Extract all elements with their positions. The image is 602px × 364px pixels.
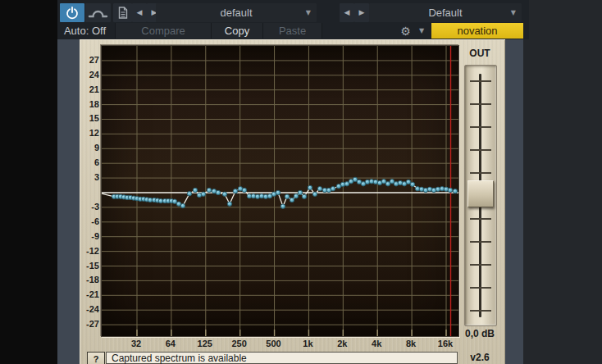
- eq-control-point[interactable]: [187, 192, 191, 196]
- eq-control-point[interactable]: [357, 180, 361, 184]
- db-axis-label: -27: [80, 319, 99, 329]
- preset-file-button[interactable]: [113, 3, 132, 22]
- preset-next-button-2[interactable]: ▶: [354, 3, 369, 22]
- eq-control-point[interactable]: [276, 190, 280, 194]
- eq-control-point[interactable]: [251, 194, 255, 198]
- paste-button[interactable]: Paste: [262, 23, 322, 39]
- eq-control-point[interactable]: [431, 188, 436, 192]
- preset-prev-button[interactable]: ◀: [132, 3, 147, 22]
- preset-prev-button-2[interactable]: ◀: [340, 3, 354, 22]
- eq-control-point[interactable]: [216, 190, 220, 194]
- output-fader-label: OUT: [463, 48, 496, 59]
- eq-control-point[interactable]: [308, 185, 312, 189]
- eq-control-point[interactable]: [340, 182, 344, 186]
- eq-control-point[interactable]: [312, 192, 317, 196]
- output-gain-value: 0,0 dB: [456, 328, 504, 339]
- eq-control-point[interactable]: [373, 180, 377, 184]
- power-button[interactable]: [60, 3, 84, 22]
- options-dropdown-button[interactable]: ▼: [415, 23, 428, 39]
- eq-control-point[interactable]: [419, 187, 423, 191]
- copy-button[interactable]: Copy: [211, 23, 263, 39]
- eq-control-point[interactable]: [222, 192, 226, 196]
- eq-control-point[interactable]: [197, 193, 201, 197]
- eq-control-point[interactable]: [176, 202, 180, 206]
- eq-control-point[interactable]: [294, 194, 298, 198]
- fader-tick: [470, 241, 491, 243]
- power-icon: [66, 7, 79, 20]
- eq-control-point[interactable]: [385, 182, 390, 186]
- eq-control-point[interactable]: [398, 180, 402, 184]
- eq-control-point[interactable]: [259, 194, 263, 198]
- eq-control-point[interactable]: [349, 180, 353, 184]
- bypass-curve-button[interactable]: [85, 3, 111, 22]
- plugin-window: ◀ ▶ default ▼ ◀ ▶ Default ▼ Auto: Off Co…: [0, 0, 602, 364]
- automation-mode-button[interactable]: Auto: Off: [57, 23, 112, 39]
- eq-control-point[interactable]: [369, 180, 373, 184]
- eq-control-point[interactable]: [423, 188, 427, 192]
- db-axis-label: 15: [80, 113, 99, 123]
- eq-control-point[interactable]: [415, 187, 419, 191]
- compare-label: Compare: [141, 25, 185, 37]
- eq-control-point[interactable]: [402, 182, 406, 186]
- channel-color-badge[interactable]: novation: [431, 23, 523, 39]
- fader-tick: [470, 103, 491, 105]
- eq-control-point[interactable]: [227, 202, 231, 206]
- db-axis-label: -6: [80, 216, 99, 226]
- eq-control-point[interactable]: [448, 188, 452, 192]
- eq-control-point[interactable]: [242, 188, 246, 192]
- db-axis-label: 18: [80, 99, 99, 109]
- eq-control-point[interactable]: [410, 182, 414, 186]
- fader-tick: [470, 172, 491, 174]
- eq-control-point[interactable]: [298, 190, 302, 194]
- eq-control-point[interactable]: [263, 194, 267, 198]
- eq-control-point[interactable]: [365, 180, 369, 184]
- eq-control-point[interactable]: [406, 180, 410, 184]
- eq-control-point[interactable]: [267, 194, 271, 198]
- compare-button[interactable]: Compare: [115, 23, 212, 39]
- eq-control-point[interactable]: [255, 194, 259, 198]
- eq-control-point[interactable]: [280, 204, 285, 208]
- eq-control-point[interactable]: [381, 180, 385, 184]
- eq-control-point[interactable]: [317, 187, 322, 191]
- db-axis-label: 3: [80, 172, 99, 182]
- db-axis-label: -24: [80, 304, 99, 314]
- eq-control-point[interactable]: [285, 194, 289, 198]
- settings-button[interactable]: ⚙: [399, 23, 413, 39]
- freq-axis-label: 125: [191, 339, 219, 348]
- eq-curve-canvas[interactable]: [102, 46, 458, 336]
- eq-control-point[interactable]: [361, 182, 365, 186]
- help-button[interactable]: ?: [87, 352, 105, 364]
- eq-control-point[interactable]: [440, 187, 444, 191]
- eq-control-point[interactable]: [172, 199, 176, 203]
- output-fader-handle[interactable]: [467, 180, 494, 207]
- plugin-panel: 272421181512963-3-6-9-12-15-18-21-24-27: [80, 39, 505, 364]
- fader-tick: [470, 149, 491, 151]
- db-axis-label: -15: [80, 261, 99, 271]
- curve-hump-icon: [88, 7, 108, 20]
- eq-control-point[interactable]: [390, 180, 394, 184]
- eq-control-point[interactable]: [436, 187, 440, 191]
- eq-control-point[interactable]: [193, 188, 197, 192]
- freq-axis-label: 2k: [328, 339, 356, 348]
- eq-control-point[interactable]: [427, 187, 431, 191]
- eq-control-point[interactable]: [444, 187, 448, 191]
- freq-axis-label: 500: [260, 339, 288, 348]
- eq-control-point[interactable]: [344, 182, 349, 186]
- eq-control-point[interactable]: [331, 187, 335, 191]
- automation-mode-label: Auto: Off: [64, 25, 106, 37]
- eq-graph[interactable]: [101, 45, 459, 337]
- eq-control-point[interactable]: [180, 203, 185, 207]
- eq-control-point[interactable]: [207, 188, 211, 192]
- status-message: Captured spectrum is available: [112, 353, 247, 364]
- preset-dropdown-host[interactable]: default ▼: [156, 3, 317, 22]
- output-fader[interactable]: [464, 65, 497, 326]
- db-axis-label: 24: [80, 70, 99, 80]
- eq-control-point[interactable]: [201, 192, 205, 196]
- eq-control-point[interactable]: [302, 194, 306, 198]
- eq-control-point[interactable]: [233, 189, 237, 193]
- eq-control-point[interactable]: [394, 182, 398, 186]
- eq-control-point[interactable]: [353, 177, 357, 181]
- eq-control-point[interactable]: [290, 198, 294, 202]
- preset-dropdown-plugin[interactable]: Default ▼: [369, 3, 522, 22]
- eq-control-point[interactable]: [453, 189, 457, 193]
